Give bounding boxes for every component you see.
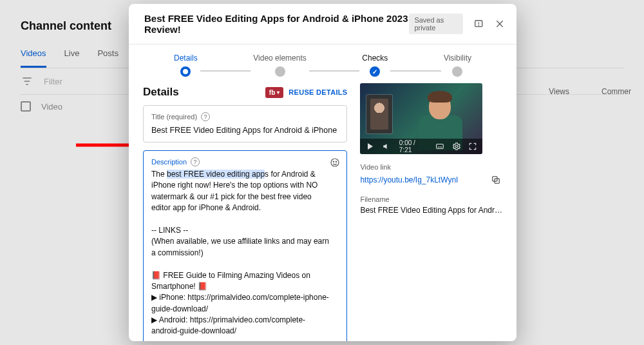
emoji-icon[interactable] xyxy=(328,156,341,169)
video-preview[interactable]: 0:00 / 7:21 xyxy=(360,83,482,154)
description-label: Description xyxy=(151,158,187,166)
copy-icon[interactable] xyxy=(489,173,502,186)
feedback-icon[interactable] xyxy=(473,17,484,30)
svg-rect-13 xyxy=(437,144,444,149)
play-icon[interactable] xyxy=(365,140,375,153)
svg-point-12 xyxy=(336,161,337,162)
gear-icon[interactable] xyxy=(451,140,461,153)
description-textarea[interactable]: The best FREE video editing apps for And… xyxy=(151,169,339,341)
help-icon[interactable]: ? xyxy=(201,112,210,121)
video-link-label: Video link xyxy=(360,163,502,171)
fullscreen-icon[interactable] xyxy=(468,140,477,153)
reuse-details-button[interactable]: REUSE DETAILS xyxy=(289,88,347,96)
title-label: Title (required) xyxy=(151,113,197,121)
filename-value: Best FREE Video Editing Apps for Andr… xyxy=(360,206,502,215)
close-icon[interactable] xyxy=(494,17,505,30)
subtitles-icon[interactable] xyxy=(435,140,445,153)
modal-title: Best FREE Video Editing Apps for Android… xyxy=(144,13,409,35)
details-heading: Details xyxy=(143,86,179,99)
video-link[interactable]: https://youtu.be/Ig_7kLtWynI xyxy=(360,175,458,184)
step-checks[interactable]: Checks xyxy=(362,54,388,77)
filename-label: Filename xyxy=(360,195,502,203)
video-details-modal: Best FREE Video Editing Apps for Android… xyxy=(129,4,516,341)
description-field[interactable]: Description ? The best FREE video editin… xyxy=(143,150,347,341)
svg-point-10 xyxy=(331,159,339,166)
step-details[interactable]: Details xyxy=(174,54,198,77)
step-video-elements[interactable]: Video elements xyxy=(253,54,307,77)
volume-icon[interactable] xyxy=(382,140,392,153)
help-icon[interactable]: ? xyxy=(191,157,200,166)
title-field[interactable]: Title (required) ? xyxy=(143,105,347,143)
fb-badge[interactable]: fb▾ xyxy=(265,87,283,98)
step-visibility[interactable]: Visibility xyxy=(444,54,471,77)
svg-point-7 xyxy=(478,25,479,26)
svg-point-16 xyxy=(455,145,458,148)
svg-point-11 xyxy=(334,161,334,162)
video-time: 0:00 / 7:21 xyxy=(399,139,422,153)
title-input[interactable] xyxy=(151,126,339,135)
save-status: Saved as private xyxy=(409,14,463,34)
upload-stepper: Details Video elements Checks Visibility xyxy=(129,44,516,83)
